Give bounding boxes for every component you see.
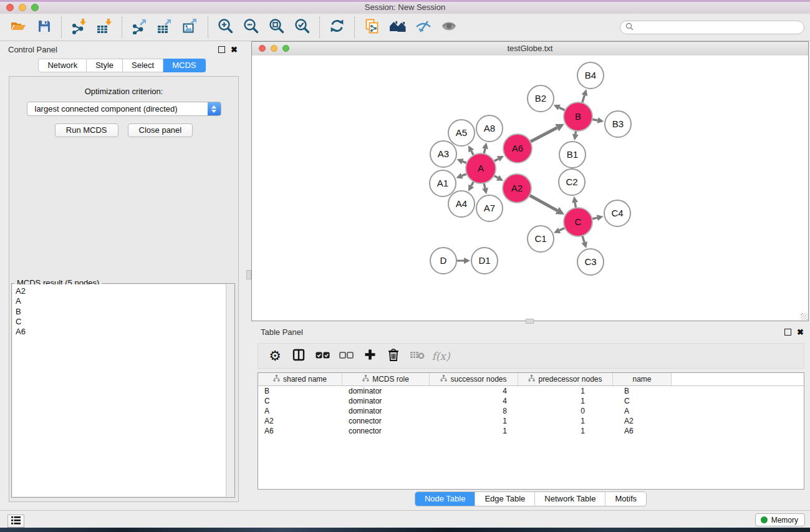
close-view-button[interactable] bbox=[259, 45, 266, 52]
search-field[interactable] bbox=[620, 21, 804, 34]
search-input[interactable] bbox=[637, 22, 799, 32]
create-network-from-selection-button[interactable] bbox=[359, 16, 385, 39]
close-window-button[interactable] bbox=[6, 4, 14, 11]
export-table-button[interactable] bbox=[152, 16, 178, 39]
home-neighborhood-button[interactable] bbox=[385, 16, 410, 39]
delete-table-button[interactable] bbox=[405, 350, 429, 362]
mcds-result-item[interactable]: C bbox=[12, 317, 234, 327]
table-cell: A bbox=[258, 407, 342, 415]
zoom-out-button[interactable] bbox=[238, 16, 264, 39]
run-mcds-button[interactable]: Run MCDS bbox=[55, 123, 118, 137]
tab-node-table[interactable]: Node Table bbox=[415, 492, 475, 506]
vertical-divider-handle[interactable] bbox=[246, 270, 251, 279]
table-mode-button[interactable]: ⚙ bbox=[263, 349, 287, 363]
import-network-button[interactable] bbox=[66, 16, 92, 39]
eye-slash-icon bbox=[415, 19, 432, 36]
task-history-button[interactable] bbox=[7, 515, 24, 528]
graph-node-label: D bbox=[440, 255, 447, 266]
column-type-icon bbox=[362, 375, 369, 384]
graph-edge-arrow-icon bbox=[572, 196, 578, 203]
close-panel-button[interactable]: Close panel bbox=[128, 123, 193, 137]
graph-node-label: C3 bbox=[584, 256, 596, 267]
memory-button[interactable]: Memory bbox=[755, 513, 805, 526]
criterion-value: largest connected component (directed) bbox=[27, 102, 221, 115]
column-type-icon bbox=[440, 375, 447, 384]
import-table-button[interactable] bbox=[92, 16, 117, 39]
minimize-view-button[interactable] bbox=[271, 45, 277, 52]
export-table-icon bbox=[157, 18, 173, 37]
delete-columns-button[interactable] bbox=[382, 348, 405, 364]
table-row[interactable]: Adominator80A bbox=[258, 406, 804, 416]
mcds-result-list: A2ABCA6 bbox=[12, 284, 234, 496]
zoom-selected-button[interactable] bbox=[289, 16, 315, 39]
criterion-dropdown[interactable]: largest connected component (directed) bbox=[27, 102, 221, 116]
toolbar-separator bbox=[319, 17, 320, 38]
tab-motifs[interactable]: Motifs bbox=[605, 492, 646, 506]
zoom-fit-icon bbox=[268, 17, 285, 37]
show-columns-button[interactable] bbox=[287, 349, 311, 364]
import-network-icon bbox=[70, 18, 87, 37]
float-table-panel-icon[interactable] bbox=[784, 329, 791, 336]
graph-node-label: D1 bbox=[478, 255, 490, 266]
zoom-window-button[interactable] bbox=[31, 4, 39, 11]
graph-node-label: A1 bbox=[437, 178, 448, 188]
tab-style[interactable]: Style bbox=[87, 59, 123, 72]
zoom-in-button[interactable] bbox=[213, 16, 238, 39]
refresh-layout-button[interactable] bbox=[324, 16, 350, 39]
mcds-result-item[interactable]: A2 bbox=[12, 284, 234, 296]
graph-node-label: A3 bbox=[438, 148, 449, 159]
table-cell: 1 bbox=[430, 427, 518, 435]
close-panel-icon[interactable]: ✖ bbox=[231, 46, 238, 54]
column-header-name[interactable]: name bbox=[613, 373, 672, 385]
show-hidden-button[interactable] bbox=[436, 16, 461, 39]
mcds-result-group: MCDS result (5 nodes) A2ABCA6 bbox=[11, 283, 235, 498]
graph-node-label: A4 bbox=[456, 198, 467, 209]
table-cell: 1 bbox=[518, 397, 613, 405]
table-row[interactable]: A6connector11A6 bbox=[258, 426, 804, 436]
table-row[interactable]: Bdominator41B bbox=[258, 386, 804, 396]
column-header-successor-nodes[interactable]: successor nodes bbox=[430, 373, 518, 385]
table-cell: 8 bbox=[430, 407, 518, 415]
add-column-button[interactable] bbox=[358, 349, 382, 363]
control-panel-title: Control Panel bbox=[8, 45, 57, 54]
float-panel-icon[interactable] bbox=[218, 46, 225, 53]
mcds-result-item[interactable]: A6 bbox=[12, 327, 234, 337]
function-builder-button[interactable]: f(x) bbox=[429, 350, 453, 362]
close-table-panel-icon[interactable]: ✖ bbox=[797, 328, 804, 336]
zoom-view-button[interactable] bbox=[282, 45, 289, 52]
hide-selected-button[interactable] bbox=[410, 16, 436, 39]
tab-edge-table[interactable]: Edge Table bbox=[475, 492, 534, 506]
table-row[interactable]: A2connector11A2 bbox=[258, 416, 804, 426]
table-row[interactable]: Cdominator41C bbox=[258, 396, 804, 406]
result-scrollbar[interactable] bbox=[226, 284, 234, 497]
network-canvas[interactable]: AA1A2A3A4A5A6A7A8BB1B2B3B4CC1C2C3C4DD1 bbox=[252, 56, 808, 321]
minimize-window-button[interactable] bbox=[19, 4, 26, 11]
network-view-window: testGlobe.txt AA1A2A3A4A5A6A7A8BB1B2B3B4… bbox=[251, 41, 809, 321]
traffic-lights bbox=[6, 4, 39, 11]
tab-network[interactable]: Network bbox=[38, 59, 87, 72]
column-header-MCDS-role[interactable]: MCDS role bbox=[342, 373, 430, 385]
select-all-button[interactable] bbox=[311, 351, 334, 362]
optimization-criterion-label: Optimization criterion: bbox=[9, 87, 238, 96]
column-header-predecessor-nodes[interactable]: predecessor nodes bbox=[518, 373, 613, 385]
tab-select[interactable]: Select bbox=[123, 59, 163, 72]
column-header-shared-name[interactable]: shared name bbox=[258, 373, 342, 385]
deselect-all-button[interactable] bbox=[334, 351, 358, 362]
export-image-button[interactable] bbox=[178, 16, 203, 39]
tab-network-table[interactable]: Network Table bbox=[534, 492, 605, 506]
tab-mcds[interactable]: MCDS bbox=[163, 59, 205, 72]
mcds-result-item[interactable]: A bbox=[12, 296, 234, 306]
open-file-button[interactable] bbox=[6, 16, 31, 39]
export-network-button[interactable] bbox=[127, 16, 152, 39]
resize-grip-icon[interactable] bbox=[801, 313, 808, 320]
save-session-button[interactable] bbox=[31, 16, 57, 39]
toolbar-separator bbox=[354, 17, 355, 38]
horizontal-divider-handle[interactable] bbox=[526, 319, 534, 324]
graph-edge-arrow-icon bbox=[581, 241, 587, 248]
table-cell: A6 bbox=[258, 427, 342, 435]
table-cell: 0 bbox=[518, 407, 613, 415]
table-panel-title: Table Panel bbox=[261, 327, 303, 337]
table-panel: Table Panel ✖ ⚙ bbox=[251, 324, 810, 510]
mcds-result-item[interactable]: B bbox=[12, 307, 234, 317]
zoom-fit-button[interactable] bbox=[264, 16, 289, 39]
